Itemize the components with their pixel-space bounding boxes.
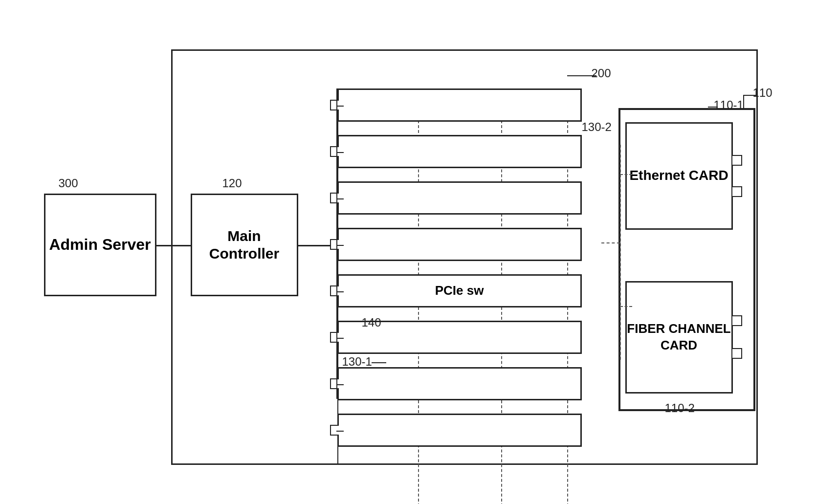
nub-slot-3: [330, 193, 339, 203]
h-conn-2: [336, 152, 344, 153]
admin-server-box: Admin Server: [44, 194, 156, 296]
nub-slot-6: [330, 332, 339, 343]
line-ref-200: [567, 75, 596, 76]
admin-server-label: Admin Server: [49, 235, 151, 254]
bracket-110-h: [743, 95, 758, 96]
h-conn-7: [336, 384, 344, 385]
nub-eth-top: [732, 155, 742, 166]
nub-slot-8: [330, 425, 339, 436]
line-admin-to-mc: [156, 245, 191, 246]
nub-slot-1: [330, 100, 339, 110]
slot-1: [337, 88, 582, 122]
ref-140: 140: [362, 316, 381, 329]
slot-8: [337, 414, 582, 447]
ref-300: 300: [59, 176, 78, 190]
ethernet-card-box: Ethernet CARD: [625, 122, 733, 230]
ref-110-top: 110: [753, 86, 772, 100]
pcie-sw-label: PCIe sw: [435, 283, 484, 298]
main-controller-box: Main Controller: [191, 194, 298, 296]
h-conn-6: [336, 338, 344, 339]
nub-slot-4: [330, 239, 339, 250]
main-controller-label: Main Controller: [192, 227, 297, 263]
vert-connector-left: [336, 88, 337, 399]
slot-pcie: PCIe sw: [337, 274, 582, 307]
ref-130-2: 130-2: [582, 120, 612, 134]
cards-enclosure: Ethernet CARD FIBER CHANNEL CARD: [618, 108, 755, 411]
modules-area: PCIe sw: [332, 71, 601, 462]
nub-slot-pcie: [330, 285, 339, 296]
dashed-h-fiber: [620, 306, 632, 307]
nub-eth-bottom: [732, 186, 742, 197]
ref-200: 200: [592, 66, 611, 80]
slot-3: [337, 181, 582, 215]
h-conn-3: [336, 198, 344, 199]
slot-4: [337, 228, 582, 261]
line-130-1: [372, 362, 386, 363]
h-conn-8: [336, 431, 344, 432]
slot-2: [337, 135, 582, 168]
slot-7: [337, 367, 582, 400]
h-conn-5: [336, 291, 344, 292]
ref-110-2: 110-2: [665, 401, 695, 415]
dashed-h-pcie-cards: [601, 242, 620, 243]
dashed-v-cards: [620, 145, 621, 360]
line-110-1: [708, 107, 718, 108]
ref-130-1: 130-1: [342, 355, 372, 369]
h-conn-1: [336, 106, 344, 107]
nub-fiber-bottom: [732, 348, 742, 359]
nub-fiber-top: [732, 315, 742, 326]
h-conn-4: [336, 245, 344, 246]
ref-120: 120: [222, 176, 242, 190]
nub-slot-2: [330, 146, 339, 157]
dashed-h-eth: [620, 174, 632, 175]
nub-slot-7: [330, 378, 339, 389]
fiber-card-box: FIBER CHANNEL CARD: [625, 281, 733, 394]
ethernet-card-label: Ethernet CARD: [629, 167, 728, 184]
fiber-card-label: FIBER CHANNEL CARD: [627, 321, 731, 354]
diagram-canvas: 300 Admin Server 120 Main Controller: [29, 22, 787, 482]
